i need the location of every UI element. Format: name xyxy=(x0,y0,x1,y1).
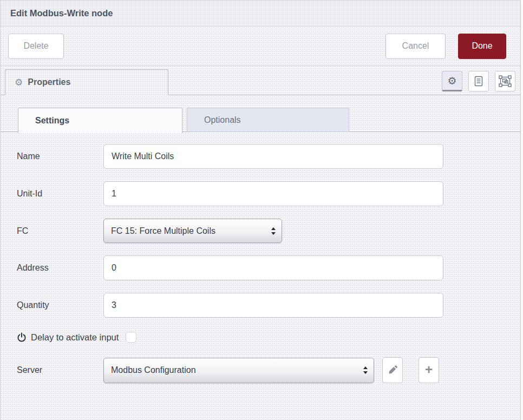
server-add-button[interactable]: + xyxy=(419,357,439,383)
done-button[interactable]: Done xyxy=(458,34,506,59)
settings-tab-bar: Settings Optionals xyxy=(1,108,520,132)
address-row: Address xyxy=(17,255,504,280)
properties-tab-label: Properties xyxy=(28,77,70,87)
server-label: Server xyxy=(17,365,103,375)
tab-settings[interactable]: Settings xyxy=(18,108,182,133)
unit-id-label: Unit-Id xyxy=(17,189,103,199)
optionals-tab-label: Optionals xyxy=(204,115,241,125)
editor-tab-bar: ⚙ Properties ⚙ xyxy=(1,66,520,95)
gear-icon: ⚙ xyxy=(15,78,23,87)
updown-arrows-icon xyxy=(271,227,276,235)
server-row: Server Modbus Configuration + xyxy=(17,357,504,383)
name-input[interactable] xyxy=(103,144,443,169)
quantity-input[interactable] xyxy=(103,293,443,318)
quantity-row: Quantity xyxy=(17,293,504,318)
unit-id-input[interactable] xyxy=(103,181,443,206)
server-edit-button[interactable] xyxy=(382,357,403,383)
fc-row: FC FC 15: Force Multiple Coils xyxy=(17,219,504,243)
description-icon xyxy=(473,75,484,87)
plus-icon: + xyxy=(425,363,433,376)
address-input[interactable] xyxy=(103,255,443,280)
cancel-button[interactable]: Cancel xyxy=(385,34,446,59)
dialog-toolbar: Delete Cancel Done xyxy=(1,27,520,66)
tab-optionals[interactable]: Optionals xyxy=(187,108,349,132)
description-tab-button[interactable] xyxy=(468,71,489,91)
delay-checkbox[interactable] xyxy=(126,332,136,343)
delay-row: Delay to activate input xyxy=(17,332,504,343)
name-row: Name xyxy=(17,144,504,169)
server-select[interactable]: Modbus Configuration xyxy=(103,358,374,383)
appearance-tab-button[interactable] xyxy=(495,71,515,91)
fc-label: FC xyxy=(17,226,103,236)
settings-panel: Name Unit-Id FC FC 15: Force Multiple Co… xyxy=(1,132,520,383)
delete-button[interactable]: Delete xyxy=(8,34,64,59)
server-select-value: Modbus Configuration xyxy=(111,365,196,375)
gear-icon: ⚙ xyxy=(447,76,456,86)
edit-node-dialog: Edit Modbus-Write node Delete Cancel Don… xyxy=(0,0,521,420)
editor-tab-buttons: ⚙ xyxy=(442,71,515,91)
unit-id-row: Unit-Id xyxy=(17,181,504,206)
fc-select-value: FC 15: Force Multiple Coils xyxy=(111,226,215,236)
fc-select[interactable]: FC 15: Force Multiple Coils xyxy=(103,219,282,243)
dialog-title: Edit Modbus-Write node xyxy=(10,8,113,18)
updown-arrows-icon xyxy=(363,366,368,375)
appearance-icon xyxy=(499,75,512,87)
name-label: Name xyxy=(17,152,103,161)
delay-label: Delay to activate input xyxy=(31,332,119,343)
quantity-label: Quantity xyxy=(17,300,103,310)
properties-tab-button[interactable]: ⚙ xyxy=(442,71,462,91)
settings-tab-label: Settings xyxy=(35,116,69,126)
pencil-icon xyxy=(388,365,397,375)
dialog-header: Edit Modbus-Write node xyxy=(1,1,520,27)
address-label: Address xyxy=(17,263,103,273)
tab-properties[interactable]: ⚙ Properties xyxy=(5,69,168,95)
power-icon xyxy=(17,332,27,343)
